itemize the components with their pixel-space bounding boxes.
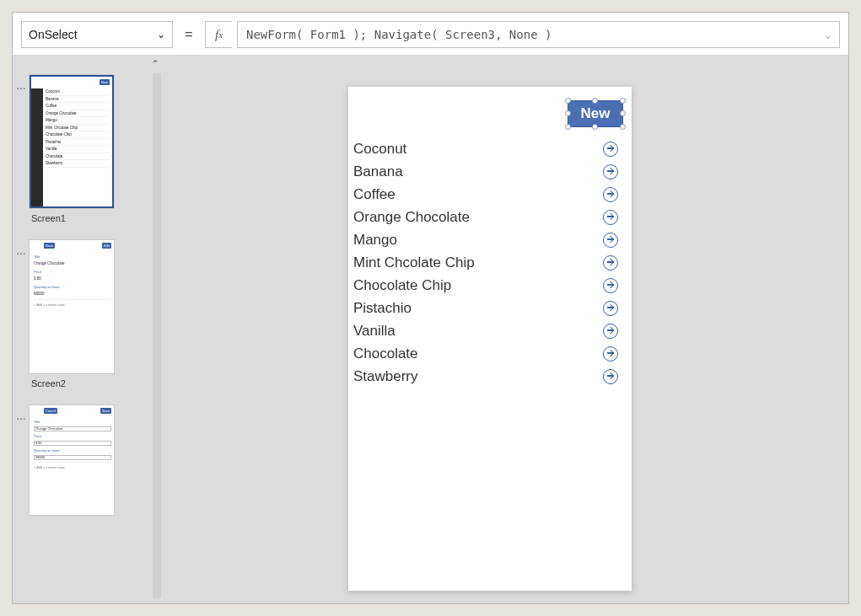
new-button[interactable]: New [568, 100, 623, 127]
list-item[interactable]: Orange Chocolate [348, 206, 632, 228]
left-gutter [13, 55, 30, 603]
resize-handle[interactable] [565, 98, 571, 104]
list-item-label: Chocolate [353, 345, 418, 362]
list-item[interactable]: Pistachio [348, 297, 632, 319]
more-icon[interactable]: … [16, 410, 27, 422]
new-button-label: New [581, 105, 611, 122]
list-item[interactable]: Coffee [348, 183, 632, 206]
list-item[interactable]: Coconut [348, 137, 632, 160]
arrow-right-circle-icon[interactable] [603, 346, 618, 362]
arrow-right-circle-icon[interactable] [603, 164, 618, 179]
gallery-list: CoconutBananaCoffeeOrange ChocolateMango… [348, 131, 632, 388]
property-dropdown[interactable]: OnSelect ⌄ [21, 21, 173, 48]
list-item[interactable]: Chocolate [348, 342, 632, 365]
chevron-down-icon[interactable]: ⌄ [825, 29, 831, 40]
arrow-right-circle-icon[interactable] [603, 301, 618, 316]
thumb-cancel-button: Cancel [44, 408, 57, 414]
property-dropdown-value: OnSelect [29, 28, 78, 41]
equals-label: = [178, 21, 200, 48]
resize-handle[interactable] [565, 124, 571, 130]
thumb-edit-button: Edit [102, 243, 111, 249]
list-item[interactable]: Mango [348, 228, 632, 251]
workspace: ⌃ … New CoconutBananaCoffeeOrange Chocol… [13, 55, 848, 603]
list-item-label: Stawberry [353, 368, 418, 385]
canvas[interactable]: New CoconutBananaCoffeeOrange ChocolateM… [148, 55, 848, 603]
arrow-right-circle-icon[interactable] [603, 187, 618, 202]
thumbnail-label: Screen2 [31, 378, 148, 388]
chevron-down-icon: ⌄ [157, 29, 165, 40]
thumb-form: Title Orange Chocolate Price 3.80 Quanti… [30, 252, 114, 308]
resize-handle[interactable] [565, 110, 571, 116]
thumbnail-screen1[interactable]: … New CoconutBananaCoffeeOrange Chocolat… [30, 75, 148, 223]
thumbnail-label: Screen1 [31, 213, 148, 223]
arrow-right-circle-icon[interactable] [603, 324, 618, 339]
arrow-right-circle-icon[interactable] [603, 210, 618, 225]
arrow-right-circle-icon[interactable] [603, 233, 618, 248]
app-frame: OnSelect ⌄ = fx NewForm( Form1 ); Naviga… [12, 12, 849, 604]
list-item-label: Mango [353, 232, 397, 249]
preview-header: New [348, 87, 632, 131]
list-item[interactable]: Banana [348, 160, 632, 183]
screen-thumbnails-panel: ⌃ … New CoconutBananaCoffeeOrange Chocol… [30, 55, 148, 603]
more-icon[interactable]: … [16, 245, 27, 257]
list-item: Stawberry [46, 160, 110, 168]
list-item: Coconut [46, 88, 110, 96]
thumbnail-screen3[interactable]: … Cancel Save Title Orange Chocolate Pri… [30, 405, 148, 515]
list-item: Orange Chocolate [46, 110, 110, 118]
thumb-back-button: Back [44, 243, 55, 249]
formula-input[interactable]: NewForm( Form1 ); Navigate( Screen3, Non… [237, 21, 840, 48]
arrow-right-circle-icon[interactable] [603, 142, 618, 157]
fx-icon: fx [205, 21, 232, 48]
list-item[interactable]: Vanilla [348, 319, 632, 342]
list-item-label: Coconut [353, 141, 406, 158]
list-item[interactable]: Stawberry [348, 365, 632, 388]
resize-handle[interactable] [592, 98, 598, 104]
list-item-label: Vanilla [353, 323, 396, 340]
formula-text: NewForm( Form1 ); Navigate( Screen3, Non… [246, 28, 552, 41]
resize-handle[interactable] [592, 124, 598, 130]
list-item: Chocolate [46, 153, 110, 161]
list-item: Mint Chcolate Chip [46, 125, 110, 132]
more-icon[interactable]: … [16, 80, 27, 92]
list-item: Vanilla [46, 146, 110, 153]
thumb-list: CoconutBananaCoffeeOrange ChocolateMango… [31, 88, 112, 168]
list-item-label: Banana [353, 163, 403, 180]
list-item[interactable]: Chocolate Chip [348, 274, 632, 297]
phone-preview: New CoconutBananaCoffeeOrange ChocolateM… [348, 87, 632, 591]
thumb-new-button: New [100, 79, 110, 85]
list-item: Chocolate Chip [46, 131, 110, 139]
list-item-label: Chocolate Chip [353, 277, 451, 294]
arrow-right-circle-icon[interactable] [603, 369, 618, 384]
thumbnail-screen2[interactable]: … Back Edit Title Orange Chocolate Price… [30, 240, 148, 388]
list-item-label: Coffee [353, 186, 396, 203]
thumb-form: Title Orange Chocolate Price 3.80 Quanti… [30, 417, 114, 471]
list-item-label: Pistachio [353, 300, 412, 317]
arrow-right-circle-icon[interactable] [603, 278, 618, 293]
list-item: Coffee [46, 103, 110, 110]
list-item-label: Orange Chocolate [353, 209, 470, 226]
list-item[interactable]: Mint Chcolate Chip [348, 251, 632, 274]
list-item-label: Mint Chcolate Chip [353, 254, 475, 271]
formula-bar: OnSelect ⌄ = fx NewForm( Form1 ); Naviga… [21, 21, 840, 48]
resize-handle[interactable] [620, 110, 626, 116]
list-item: Pistachio [46, 139, 110, 147]
list-item: Banana [46, 96, 110, 104]
list-item: Mango [46, 117, 110, 125]
resize-handle[interactable] [620, 124, 626, 130]
thumb-save-button: Save [100, 408, 111, 414]
arrow-right-circle-icon[interactable] [603, 255, 618, 271]
resize-handle[interactable] [620, 98, 626, 104]
